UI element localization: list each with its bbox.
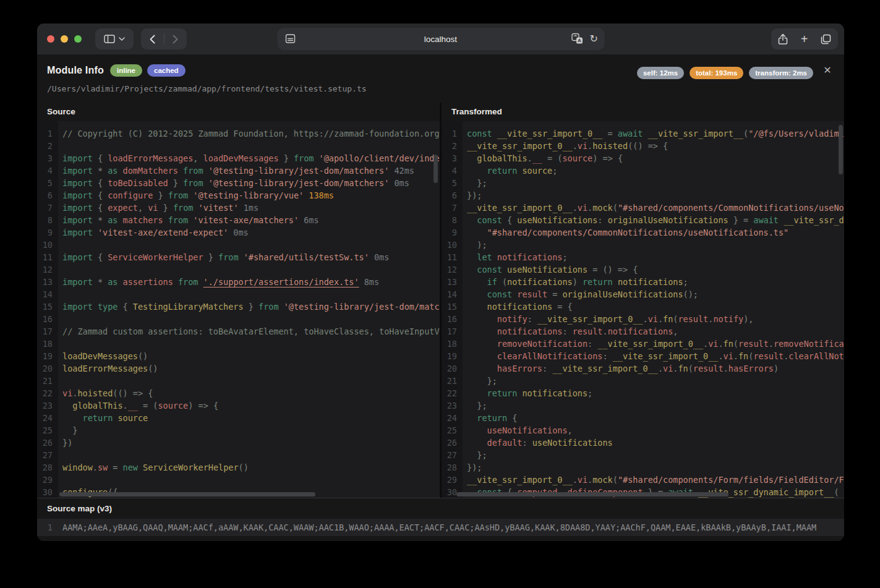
code-line: 8import * as matchers from 'vitest-axe/m… — [37, 214, 440, 226]
share-icon[interactable] — [778, 33, 788, 45]
code-token: import — [62, 252, 98, 262]
code-line: 28window.sw = new ServiceWorkerHelper() — [37, 461, 440, 474]
code-line-content: }); — [463, 189, 844, 202]
code-token — [467, 438, 487, 448]
code-line: 22vi.hoisted(() => { — [37, 387, 440, 399]
code-line: 11import { ServiceWorkerHelper } from '#… — [37, 251, 440, 263]
source-vertical-scrollbar[interactable] — [434, 155, 438, 183]
line-number: 7 — [37, 202, 58, 214]
code-token — [467, 302, 487, 312]
transformed-horizontal-scrollbar[interactable] — [456, 492, 728, 496]
code-token: . — [703, 339, 708, 349]
line-number: 16 — [37, 313, 58, 325]
timing-badge: transform: 2ms — [749, 67, 813, 79]
new-tab-icon[interactable]: + — [801, 33, 808, 45]
code-line-content: import 'vitest-axe/extend-expect' 0ms — [58, 226, 440, 239]
code-token: return — [583, 277, 618, 287]
translate-icon[interactable]: A — [571, 33, 584, 45]
page-settings-icon[interactable] — [284, 33, 296, 45]
transformed-code: 1const __vite_ssr_import_0__ = await __v… — [442, 121, 844, 498]
code-token: () — [239, 462, 249, 472]
code-line: 3import { loadErrorMessages, loadDevMess… — [37, 152, 440, 164]
code-line-content — [58, 263, 440, 276]
code-line-content: // Zammad custom assertions: toBeAvatarE… — [58, 325, 440, 338]
line-number: 14 — [37, 288, 58, 300]
tab-overview-icon[interactable] — [821, 34, 831, 45]
code-line-content: import { configure } from '@testing-libr… — [58, 189, 440, 202]
line-number: 11 — [37, 251, 58, 263]
traffic-close-button[interactable] — [47, 35, 54, 43]
code-token — [467, 215, 477, 225]
code-token: sw — [98, 462, 108, 472]
code-token: ; — [683, 277, 688, 287]
line-number: 1 — [442, 127, 463, 140]
code-line-content: import * as domMatchers from '@testing-l… — [58, 164, 440, 177]
traffic-minimize-button[interactable] — [61, 35, 68, 43]
code-token: import — [62, 203, 98, 213]
badge-cached: cached — [147, 64, 186, 77]
code-line: 24 return { — [442, 412, 844, 424]
code-token: . — [658, 314, 663, 324]
code-token: : — [587, 339, 597, 349]
code-token: useNotifications — [517, 215, 597, 225]
code-token: : — [562, 326, 572, 336]
code-token: notifications — [618, 277, 683, 287]
code-token: source — [562, 153, 592, 163]
code-token: clearAllNotifications — [497, 351, 603, 361]
code-token: source — [158, 401, 188, 411]
timing-badge: self: 12ms — [637, 67, 684, 79]
code-token: 6ms — [299, 215, 319, 225]
sidebar-toggle-button[interactable] — [95, 28, 134, 49]
code-line-content: notify: __vite_ssr_import_0__.vi.fn(resu… — [463, 313, 844, 325]
line-number: 25 — [37, 424, 58, 437]
reload-icon[interactable]: ↻ — [590, 34, 598, 44]
code-token — [467, 326, 497, 336]
code-token: 42ms — [389, 166, 414, 176]
address-bar[interactable]: localhost A ↻ — [277, 28, 604, 50]
code-token: (() => { — [628, 141, 668, 151]
code-line: 6import { configure } from '@testing-lib… — [37, 189, 440, 202]
code-token: hasErrors — [728, 364, 774, 373]
code-token: __vite_ssr_import_0__ — [597, 339, 703, 349]
code-token: window — [62, 462, 93, 472]
code-token: }; — [467, 401, 487, 411]
transformed-vertical-scrollbar[interactable] — [839, 125, 843, 174]
line-number: 8 — [37, 214, 58, 226]
code-token: * — [98, 277, 108, 287]
code-token: result — [517, 289, 547, 299]
code-token: import type — [62, 302, 123, 312]
code-token: (); — [683, 289, 698, 299]
code-line: 29 — [37, 474, 440, 486]
code-line: 3 globalThis.__ = (source) => { — [442, 152, 844, 164]
code-line: 4import * as domMatchers from '@testing-… — [37, 164, 440, 177]
svg-text:A: A — [578, 38, 581, 43]
code-token — [467, 388, 487, 398]
page-title: Module Info — [47, 65, 104, 76]
nav-buttons — [141, 28, 187, 49]
code-line: 10 ); — [442, 239, 844, 251]
code-line: 28}); — [442, 461, 844, 474]
traffic-zoom-button[interactable] — [74, 35, 82, 43]
source-horizontal-scrollbar[interactable] — [59, 492, 315, 496]
line-number: 30 — [37, 486, 58, 498]
code-line: 22 return notifications; — [442, 387, 844, 399]
code-token: = — [108, 462, 122, 472]
code-token: result — [738, 339, 769, 349]
line-number: 8 — [442, 214, 463, 226]
code-token: . — [587, 475, 592, 485]
module-link[interactable]: './support/assertions/index.ts' — [203, 277, 359, 287]
code-token: . — [587, 203, 592, 213]
code-token: TestingLibraryMatchers — [133, 302, 244, 312]
close-icon[interactable]: ✕ — [821, 63, 834, 77]
code-token: as — [108, 166, 122, 176]
code-token: . — [573, 141, 578, 151]
code-line-content: "#shared/components/CommonNotifications/… — [463, 226, 844, 239]
code-token: useNotifications — [532, 438, 613, 448]
forward-button[interactable] — [164, 28, 187, 49]
line-number: 16 — [442, 313, 463, 325]
line-number: 24 — [37, 412, 58, 424]
back-button[interactable] — [142, 28, 164, 49]
line-number: 3 — [442, 152, 463, 164]
code-line: 14 const result = originalUseNotificatio… — [442, 288, 844, 300]
code-token: "/@fs/Users/vladimir/Projects/zammad/" — [748, 129, 844, 138]
